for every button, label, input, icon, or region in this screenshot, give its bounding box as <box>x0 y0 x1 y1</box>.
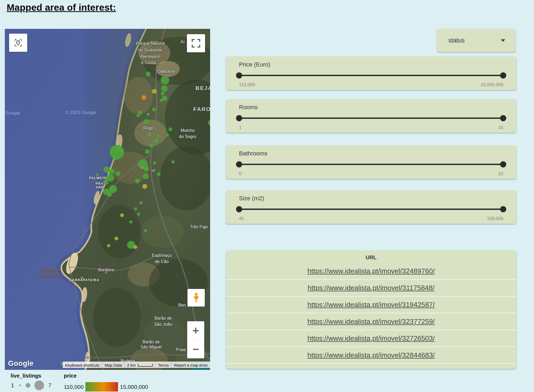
listing-url-link[interactable]: https://www.idealista.pt/imovel/31175848… <box>308 284 434 292</box>
size-legend-title: live_listings <box>11 373 68 379</box>
listing-marker[interactable] <box>109 185 117 193</box>
listing-marker[interactable] <box>109 169 115 174</box>
listing-marker[interactable] <box>139 201 143 204</box>
bathrooms-slider-label: Bathrooms <box>239 150 267 157</box>
listing-url-link[interactable]: https://www.idealista.pt/imovel/32377259… <box>308 317 435 326</box>
listing-url-link[interactable]: https://www.idealista.pt/imovel/31942587… <box>308 301 435 309</box>
listing-marker[interactable] <box>107 244 110 247</box>
listing-marker[interactable] <box>147 113 150 116</box>
map-data-link[interactable]: Map Data <box>102 362 124 368</box>
price-slider[interactable] <box>239 75 503 76</box>
status-dropdown[interactable]: status <box>437 29 515 52</box>
listing-marker[interactable] <box>143 119 149 124</box>
listing-marker[interactable] <box>160 99 163 102</box>
listing-marker[interactable] <box>142 184 147 189</box>
size-legend-value: 7 <box>48 382 52 388</box>
fullscreen-icon <box>191 38 201 48</box>
listing-marker[interactable] <box>103 179 108 185</box>
listing-marker[interactable] <box>157 172 161 176</box>
zoom-out-button[interactable]: − <box>187 340 204 358</box>
price-slider-label: Price (Euro) <box>239 61 270 68</box>
locate-area-button[interactable] <box>9 34 27 52</box>
scale-bar <box>138 364 153 367</box>
listing-marker[interactable] <box>142 95 146 100</box>
keyboard-shortcuts-link[interactable]: Keyboard shortcuts <box>63 362 102 368</box>
listing-marker[interactable] <box>112 152 120 160</box>
bathrooms-slider[interactable] <box>239 164 503 165</box>
listing-marker[interactable] <box>161 92 164 95</box>
listing-marker[interactable] <box>153 161 156 164</box>
status-dropdown-value: status <box>448 29 465 52</box>
listing-marker[interactable] <box>104 166 110 173</box>
report-map-error-link[interactable]: Report a map error <box>171 362 210 368</box>
listing-marker[interactable] <box>149 143 154 148</box>
zoom-in-button[interactable]: + <box>187 321 204 340</box>
listing-marker[interactable] <box>107 192 112 197</box>
listing-marker[interactable] <box>144 229 147 232</box>
price-max-value: 15,000,000 <box>481 82 503 88</box>
listing-marker[interactable] <box>168 127 172 131</box>
rooms-slider-max-handle[interactable] <box>500 115 506 121</box>
listing-marker[interactable] <box>161 76 169 84</box>
listing-marker[interactable] <box>96 173 99 176</box>
url-table: URL https://www.idealista.pt/imovel/3248… <box>226 250 516 369</box>
listing-marker[interactable] <box>161 85 168 92</box>
listing-marker[interactable] <box>134 245 137 249</box>
listing-marker[interactable] <box>134 207 137 210</box>
price-slider-min-handle[interactable] <box>236 72 242 79</box>
table-row: https://www.idealista.pt/imovel/31175848… <box>226 279 516 296</box>
listing-marker[interactable] <box>171 160 175 163</box>
size-slider[interactable] <box>239 209 503 210</box>
listing-marker[interactable] <box>152 89 157 94</box>
listing-marker[interactable] <box>120 213 124 217</box>
price-slider-max-handle[interactable] <box>500 72 506 79</box>
map-canvas[interactable]: Parque Naturaldo SudoesteAlentejanoe Cos… <box>5 29 210 370</box>
size-legend: live_listings 17 <box>9 373 68 392</box>
size-legend-dot <box>19 385 21 386</box>
listing-marker[interactable] <box>115 237 118 240</box>
rooms-slider[interactable] <box>239 117 503 119</box>
listing-marker[interactable] <box>105 268 108 272</box>
size-slider-max-handle[interactable] <box>500 206 506 212</box>
listing-marker[interactable] <box>166 134 169 137</box>
listing-marker[interactable] <box>129 220 132 224</box>
fullscreen-button[interactable] <box>187 34 205 52</box>
pegman-icon <box>192 292 201 303</box>
listing-url-link[interactable]: https://www.idealista.pt/imovel/32726503… <box>308 334 435 343</box>
listing-marker[interactable] <box>146 72 151 76</box>
table-row: https://www.idealista.pt/imovel/32726503… <box>226 330 516 346</box>
bathrooms-max-value: 15 <box>498 171 503 177</box>
listing-marker[interactable] <box>154 139 158 143</box>
listing-marker[interactable] <box>137 213 140 216</box>
price-legend: price 110,000 15,000,000 <box>64 373 148 391</box>
listing-marker[interactable] <box>144 166 149 171</box>
listing-marker[interactable] <box>148 132 151 136</box>
listing-marker[interactable] <box>107 174 114 182</box>
listing-url-link[interactable]: https://www.idealista.pt/imovel/32844683… <box>308 351 435 359</box>
listing-marker[interactable] <box>110 146 117 153</box>
listing-marker[interactable] <box>143 173 149 179</box>
rooms-slider-min-handle[interactable] <box>236 115 242 121</box>
bathrooms-slider-min-handle[interactable] <box>236 161 242 167</box>
size-legend-dot <box>34 381 44 390</box>
listing-marker[interactable] <box>141 167 143 169</box>
terms-link[interactable]: Terms <box>155 362 171 368</box>
zoom-control[interactable]: + − <box>187 321 204 358</box>
listing-url-link[interactable]: https://www.idealista.pt/imovel/32489760… <box>308 267 435 275</box>
listing-marker[interactable] <box>157 135 159 138</box>
price-legend-min: 110,000 <box>64 384 84 390</box>
listing-marker[interactable] <box>116 171 120 176</box>
listing-marker[interactable] <box>80 276 84 280</box>
table-row: https://www.idealista.pt/imovel/32844683… <box>226 346 516 363</box>
listing-url-link[interactable]: https://www.idealista.pt/imovel/32049204… <box>308 368 435 369</box>
price-legend-title: price <box>64 373 148 379</box>
listing-marker[interactable] <box>152 108 156 111</box>
listing-marker[interactable] <box>105 271 108 274</box>
listing-marker[interactable] <box>145 149 150 154</box>
size-slider-min-handle[interactable] <box>236 206 242 212</box>
pegman-button[interactable] <box>187 289 205 307</box>
listing-marker[interactable] <box>136 114 140 117</box>
bathrooms-slider-max-handle[interactable] <box>500 161 506 167</box>
table-row: https://www.idealista.pt/imovel/32489760… <box>226 263 516 279</box>
listing-marker[interactable] <box>135 179 140 183</box>
